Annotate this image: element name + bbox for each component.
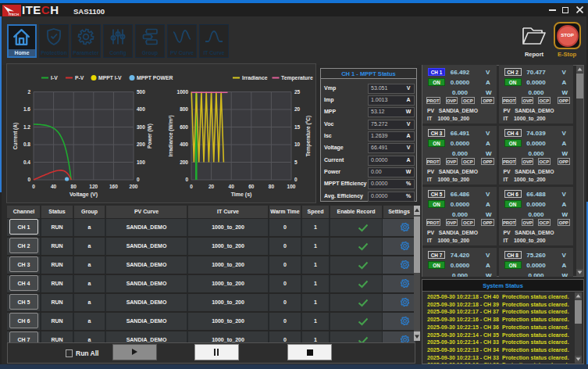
svg-text:600: 600 xyxy=(180,124,188,130)
svg-text:80: 80 xyxy=(71,184,77,189)
svg-text:20: 20 xyxy=(208,184,215,189)
svg-text:100: 100 xyxy=(137,159,145,165)
svg-text:200: 200 xyxy=(130,184,138,189)
svg-text:60: 60 xyxy=(248,184,255,189)
svg-text:200: 200 xyxy=(180,159,188,165)
svg-text:Temperature: Temperature xyxy=(281,75,313,81)
svg-text:120: 120 xyxy=(89,184,98,189)
svg-text:0: 0 xyxy=(294,177,298,182)
svg-text:Current (A): Current (A) xyxy=(12,123,19,149)
svg-text:20: 20 xyxy=(294,106,301,112)
svg-text:10: 10 xyxy=(294,142,301,147)
svg-text:Voltage (V): Voltage (V) xyxy=(69,192,98,198)
svg-text:2: 2 xyxy=(27,89,30,95)
svg-text:15: 15 xyxy=(294,124,301,130)
svg-text:0: 0 xyxy=(137,177,140,182)
svg-text:500: 500 xyxy=(137,89,145,95)
svg-text:160: 160 xyxy=(109,184,118,189)
svg-text:Irradiance (W/m²): Irradiance (W/m²) xyxy=(168,115,174,156)
svg-text:Time (s): Time (s) xyxy=(231,192,252,198)
svg-text:Temperature (°C): Temperature (°C) xyxy=(305,116,312,156)
svg-text:0: 0 xyxy=(32,184,35,189)
svg-text:0.4: 0.4 xyxy=(23,159,30,165)
svg-text:800: 800 xyxy=(180,106,188,112)
svg-text:Irradiance: Irradiance xyxy=(242,75,268,81)
svg-text:0.8: 0.8 xyxy=(23,142,30,147)
svg-text:0: 0 xyxy=(27,177,30,182)
svg-text:5: 5 xyxy=(294,159,298,165)
svg-text:0: 0 xyxy=(190,184,193,189)
svg-text:300: 300 xyxy=(137,124,145,130)
svg-text:40: 40 xyxy=(229,184,235,189)
svg-text:0: 0 xyxy=(185,177,188,182)
svg-text:1.6: 1.6 xyxy=(23,106,30,112)
svg-text:Power (W): Power (W) xyxy=(147,124,153,149)
svg-text:I-V: I-V xyxy=(51,75,58,81)
svg-text:25: 25 xyxy=(294,89,301,95)
svg-text:100: 100 xyxy=(287,184,296,189)
svg-text:200: 200 xyxy=(137,142,145,147)
svg-text:MPPT POWER: MPPT POWER xyxy=(137,75,173,81)
svg-text:40: 40 xyxy=(51,184,57,189)
svg-text:400: 400 xyxy=(180,142,188,147)
svg-text:1.2: 1.2 xyxy=(23,124,30,130)
svg-text:MPPT I-V: MPPT I-V xyxy=(98,75,122,81)
svg-text:1000: 1000 xyxy=(177,89,189,95)
svg-text:400: 400 xyxy=(137,106,145,112)
svg-text:80: 80 xyxy=(269,184,275,189)
svg-text:ITECH: ITECH xyxy=(9,13,19,16)
svg-text:P-V: P-V xyxy=(75,75,84,81)
